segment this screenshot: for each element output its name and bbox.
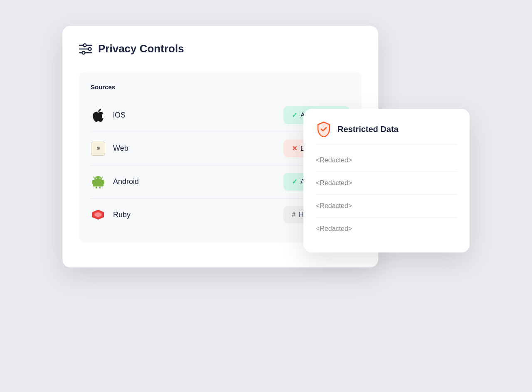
source-info-ruby: Ruby [91, 207, 131, 222]
js-icon: JS [91, 141, 106, 156]
svg-point-14 [99, 178, 100, 179]
source-name-ruby: Ruby [113, 211, 131, 219]
svg-point-7 [82, 51, 85, 54]
restricted-header: Restricted Data [316, 121, 457, 145]
source-name-ios: iOS [113, 111, 126, 120]
mixer-icon [79, 43, 92, 55]
source-info-web: JS Web [91, 141, 128, 156]
svg-point-13 [96, 178, 96, 179]
svg-rect-11 [96, 186, 97, 189]
sources-label: Sources [91, 83, 350, 91]
source-name-android: Android [113, 177, 139, 186]
x-icon: ✕ [292, 145, 297, 152]
check-icon: ✓ [292, 111, 297, 119]
check-icon: ✓ [292, 178, 297, 186]
restricted-data-card: Restricted Data <Redacted> <Redacted> <R… [303, 109, 470, 252]
svg-rect-12 [99, 186, 101, 189]
list-item: <Redacted> [316, 218, 457, 240]
source-info-ios: iOS [91, 108, 126, 123]
svg-point-1 [84, 44, 86, 47]
page-title: Privacy Controls [98, 42, 184, 55]
svg-rect-10 [103, 180, 104, 184]
svg-point-4 [89, 47, 91, 50]
scene: Privacy Controls Sources iOS [62, 26, 470, 366]
list-item: <Redacted> [316, 195, 457, 218]
list-item: <Redacted> [316, 149, 457, 172]
source-name-web: Web [113, 144, 128, 153]
shield-icon [316, 121, 332, 137]
card-header: Privacy Controls [79, 42, 362, 55]
source-info-android: Android [91, 174, 139, 189]
list-item: <Redacted> [316, 172, 457, 195]
hash-icon: # [292, 211, 296, 218]
apple-icon [91, 108, 106, 123]
android-icon [91, 174, 106, 189]
svg-rect-9 [92, 180, 93, 184]
restricted-title: Restricted Data [337, 125, 399, 134]
ruby-icon [91, 207, 106, 222]
